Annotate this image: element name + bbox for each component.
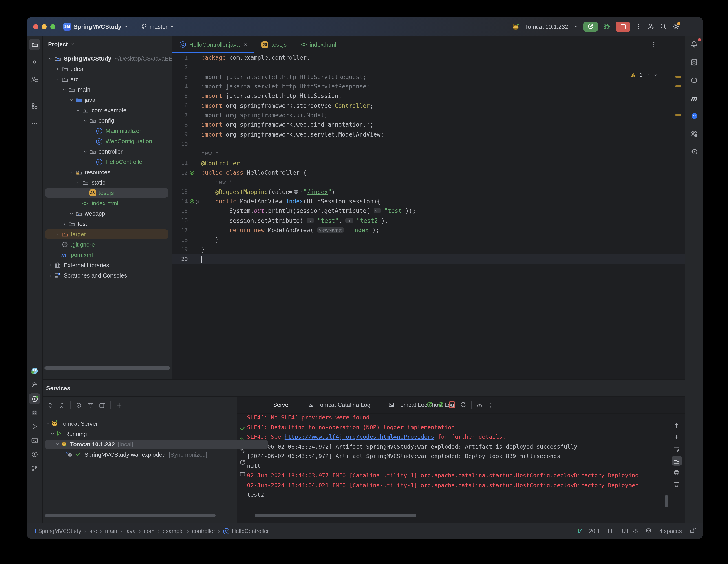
build-tool[interactable] — [29, 379, 40, 390]
collapse-all-button[interactable] — [58, 402, 65, 408]
project-tool[interactable] — [29, 39, 40, 50]
refresh2-icon[interactable] — [239, 459, 246, 466]
tab-index-html[interactable]: <>index.html — [294, 36, 344, 53]
service-item-running[interactable]: Running — [43, 429, 237, 439]
tree-item-com-example[interactable]: com.example — [43, 105, 172, 115]
chevron-expanded-icon[interactable] — [45, 420, 51, 427]
close-window-button[interactable] — [33, 24, 38, 29]
service-item-springmvcstudy-war-exploded[interactable]: SpringMVCStudy:war exploded[Synchronized… — [43, 449, 237, 460]
breadcrumb-item-main[interactable]: main — [105, 528, 117, 534]
database-tool[interactable] — [688, 57, 700, 67]
tree-item-static[interactable]: static — [43, 177, 172, 188]
stop-button[interactable] — [449, 401, 455, 408]
bookmarks-tool[interactable] — [29, 407, 40, 418]
terminal-tool[interactable] — [29, 435, 40, 446]
structure-tool[interactable] — [29, 101, 40, 111]
breadcrumb-item-src[interactable]: src — [89, 528, 97, 534]
settings-button[interactable] — [672, 23, 679, 30]
chevron-expanded-icon[interactable] — [76, 108, 82, 112]
tree-item-hellocontroller[interactable]: CHelloController — [43, 157, 172, 167]
pipeline-tool[interactable] — [688, 147, 700, 157]
chat-tool[interactable] — [688, 111, 700, 121]
debug-rerun-button[interactable] — [437, 401, 444, 408]
down-button[interactable] — [672, 432, 682, 442]
tree-item-target[interactable]: target — [43, 229, 172, 239]
tree-item-resources[interactable]: resources — [43, 167, 172, 177]
editor-area[interactable]: CHelloController.java×JStest.js<>index.h… — [172, 36, 685, 379]
maven-tool[interactable]: m — [688, 93, 700, 103]
console-tab-tomcat-catalina-log[interactable]: Tomcat Catalina Log — [301, 401, 378, 408]
window-controls[interactable] — [33, 24, 55, 29]
warning-stripe-mark[interactable] — [675, 76, 681, 78]
chevron-expanded-icon[interactable] — [55, 441, 61, 448]
ai-status[interactable] — [645, 527, 652, 535]
breadcrumb-item-springmvcstudy[interactable]: SpringMVCStudy — [31, 528, 81, 534]
project-hscrollbar[interactable] — [44, 366, 170, 370]
breadcrumb-item-example[interactable]: example — [163, 528, 184, 534]
tree-item-test[interactable]: test — [43, 219, 172, 229]
expand-all-button[interactable] — [47, 402, 53, 408]
ai-assistant-tool[interactable] — [688, 75, 700, 85]
line-ending[interactable]: LF — [608, 528, 614, 534]
tab-hellocontroller-java[interactable]: CHelloController.java× — [172, 36, 254, 53]
open-new-button[interactable] — [99, 402, 106, 408]
console-vscrollbar[interactable] — [665, 495, 668, 507]
chevron-expanded-icon[interactable] — [48, 56, 54, 61]
tree-item-java[interactable]: java — [43, 95, 172, 105]
console-output[interactable]: SLF4J: No SLF4J providers were found.SLF… — [247, 413, 668, 519]
project-panel-header[interactable]: Project — [43, 36, 172, 52]
spring-icon[interactable] — [189, 170, 195, 176]
pull-requests-tool[interactable]: ? — [29, 74, 40, 85]
tree-item-pom-xml[interactable]: mpom.xml — [43, 250, 172, 260]
rerun-button[interactable] — [583, 21, 598, 32]
chevron-expanded-icon[interactable] — [69, 170, 75, 174]
console-link[interactable]: https://www.slf4j.org/codes.html#noProvi… — [285, 434, 434, 440]
debug-button[interactable] — [603, 23, 610, 30]
tree-item-webapp[interactable]: webapp — [43, 208, 172, 219]
maximize-window-button[interactable] — [50, 24, 55, 29]
add-user-icon[interactable] — [647, 23, 654, 30]
chevron-collapsed-icon[interactable] — [55, 232, 61, 236]
chevron-expanded-icon[interactable] — [55, 77, 61, 82]
collab-tool[interactable] — [688, 129, 700, 139]
stop-button[interactable] — [616, 21, 630, 32]
problems-tool[interactable] — [29, 449, 40, 460]
tab-test-js[interactable]: JStest.js — [254, 36, 294, 53]
more-tools[interactable] — [29, 118, 40, 129]
target-button[interactable] — [75, 402, 82, 408]
project-switcher[interactable]: SpringMVCStudy — [74, 23, 121, 30]
indent-setting[interactable]: 4 spaces — [659, 528, 682, 534]
spring-icon[interactable] — [189, 198, 195, 204]
services-tree-hscrollbar[interactable] — [45, 514, 216, 517]
tree-item-controller[interactable]: controller — [43, 146, 172, 157]
next-warning-icon[interactable] — [653, 73, 658, 77]
trash-button[interactable] — [672, 479, 682, 489]
chevron-collapsed-icon[interactable] — [48, 273, 54, 278]
service-item-tomcat-server[interactable]: Tomcat Server — [43, 419, 237, 429]
chevron-collapsed-icon[interactable] — [62, 222, 68, 226]
tree-item--gitignore[interactable]: .gitignore — [43, 239, 172, 250]
console-hscrollbar[interactable] — [255, 514, 416, 517]
tree-item-index-html[interactable]: <>index.html — [43, 198, 172, 208]
chevron-expanded-icon[interactable] — [83, 118, 89, 123]
more-kebab-icon[interactable] — [635, 23, 642, 30]
encoding[interactable]: UTF-8 — [622, 528, 638, 534]
services-tool[interactable] — [29, 393, 40, 404]
tree-item-main[interactable]: main — [43, 84, 172, 95]
caret-position[interactable]: 20:1 — [589, 528, 600, 534]
commit-tool[interactable] — [29, 57, 40, 67]
run-tool[interactable] — [29, 421, 40, 432]
kebab-button[interactable] — [487, 402, 494, 408]
breadcrumb-item-hellocontroller[interactable]: CHelloController — [223, 528, 269, 534]
file-lock[interactable] — [689, 527, 696, 535]
branch-switcher[interactable]: master — [141, 23, 174, 30]
tree-item--idea[interactable]: .idea — [43, 64, 172, 74]
version-control-tool[interactable] — [29, 463, 40, 474]
gopher-plugin[interactable] — [29, 366, 40, 376]
code-editor[interactable]: 1package com.example.controller;23import… — [172, 53, 685, 379]
rerun-button[interactable] — [426, 401, 433, 408]
chevron-expanded-icon[interactable] — [69, 211, 75, 216]
service-item-tomcat-10-1-232[interactable]: Tomcat 10.1.232[local] — [43, 439, 237, 449]
tree-item-scratches-and-consoles[interactable]: Scratches and Consoles — [43, 270, 172, 281]
run-configuration[interactable]: Tomcat 10.1.232 — [525, 23, 568, 30]
